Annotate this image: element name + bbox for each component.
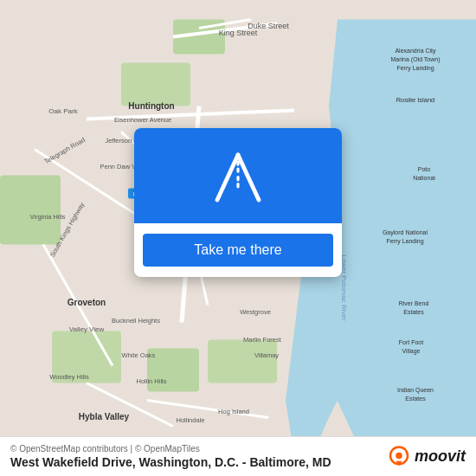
moovit-wordmark: moovit [415, 447, 466, 466]
bottom-bar: © OpenStreetMap contributors | © OpenMap… [0, 436, 476, 476]
svg-text:Village: Village [402, 348, 421, 355]
svg-text:Ferry Landing: Ferry Landing [396, 65, 434, 72]
svg-text:Hollin Hills: Hollin Hills [136, 377, 166, 385]
navigation-card: Take me there [134, 128, 342, 277]
svg-rect-9 [208, 340, 277, 383]
svg-text:Indian Queen: Indian Queen [397, 387, 434, 394]
take-me-there-button[interactable]: Take me there [143, 234, 333, 267]
svg-text:Bucknell Heights: Bucknell Heights [112, 317, 160, 325]
svg-text:Gaylord National: Gaylord National [383, 229, 428, 236]
svg-text:Duke Street: Duke Street [248, 22, 289, 30]
svg-text:White Oaks: White Oaks [122, 351, 156, 359]
svg-line-63 [238, 155, 259, 200]
svg-text:National: National [413, 175, 435, 181]
map-attribution: © OpenStreetMap contributors | © OpenMap… [10, 444, 387, 453]
svg-text:Eisenhower Avenue: Eisenhower Avenue [114, 116, 171, 124]
svg-text:Valley View: Valley View [69, 325, 105, 333]
svg-text:Poto: Poto [418, 166, 431, 172]
road-icon [203, 141, 273, 210]
svg-text:Hog Island: Hog Island [218, 408, 249, 415]
svg-point-2 [389, 46, 476, 98]
svg-text:Westgrove: Westgrove [240, 308, 271, 316]
svg-text:Villamay: Villamay [254, 351, 279, 359]
svg-text:Marina (Old Town): Marina (Old Town) [390, 56, 440, 63]
svg-line-62 [217, 155, 238, 200]
svg-text:River Bend: River Bend [399, 300, 429, 306]
svg-text:Ferry Landing: Ferry Landing [386, 238, 423, 245]
svg-text:Woodley Hills: Woodley Hills [49, 373, 89, 381]
svg-rect-6 [0, 176, 61, 245]
svg-text:Marlin Forest: Marlin Forest [243, 336, 282, 344]
svg-point-68 [396, 452, 402, 458]
svg-text:Virginia Hills: Virginia Hills [29, 213, 65, 221]
svg-text:Oak Park: Oak Park [48, 107, 78, 115]
svg-text:Huntington: Huntington [128, 101, 174, 111]
map-container: M King Street Duke Street Oak Park Hunti… [0, 0, 476, 476]
svg-text:Hollindale: Hollindale [177, 416, 205, 424]
svg-text:Groveton: Groveton [68, 298, 106, 307]
svg-text:Rosilie Island: Rosilie Island [396, 96, 435, 104]
card-icon-area [134, 128, 342, 223]
svg-text:Estates: Estates [403, 309, 424, 315]
svg-text:Fort Foot: Fort Foot [399, 339, 423, 345]
moovit-pin-icon [387, 445, 411, 469]
moovit-logo[interactable]: moovit [387, 445, 466, 469]
svg-text:Estates: Estates [405, 396, 426, 402]
bottom-left: © OpenStreetMap contributors | © OpenMap… [10, 444, 387, 469]
svg-text:Alexandria City: Alexandria City [395, 48, 436, 55]
svg-text:Hybla Valley: Hybla Valley [79, 412, 130, 421]
location-title: West Wakefield Drive, Washington, D.C. -… [10, 455, 387, 469]
svg-rect-5 [121, 63, 190, 106]
